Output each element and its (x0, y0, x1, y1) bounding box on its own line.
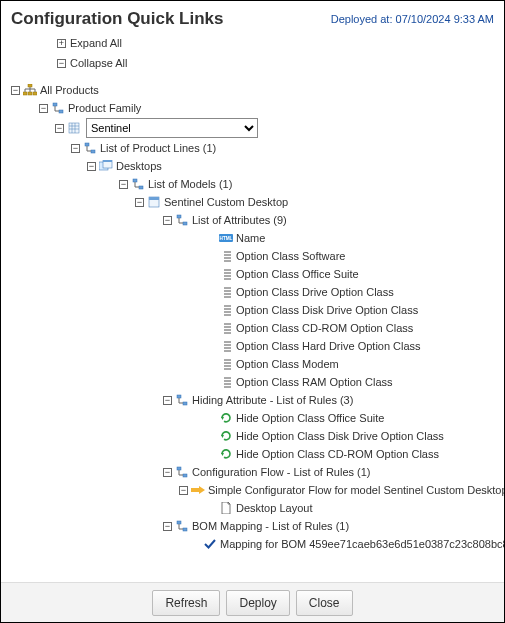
collapse-toggle-icon[interactable]: − (119, 180, 128, 189)
tree-node-sentinel-custom[interactable]: − Sentinel Custom Desktop (11, 193, 500, 211)
svg-rect-30 (149, 197, 159, 200)
svg-rect-109 (183, 474, 187, 477)
tree-label: Hide Option Class CD-ROM Option Class (236, 448, 439, 460)
refresh-icon (219, 411, 233, 425)
tree-node-product-lines[interactable]: − List of Product Lines (1) (11, 139, 500, 157)
refresh-button[interactable]: Refresh (152, 590, 220, 616)
tree-node-attr-name[interactable]: HTML Name (11, 229, 500, 247)
tree-label: List of Product Lines (1) (100, 142, 216, 154)
list-icon (219, 303, 233, 317)
config-quick-links-window: Configuration Quick Links Deployed at: 0… (0, 0, 505, 623)
tree-label: Option Class Drive Option Class (236, 286, 394, 298)
list-icon (219, 357, 233, 371)
tree-label: Option Class Hard Drive Option Class (236, 340, 421, 352)
collapse-toggle-icon[interactable]: − (39, 104, 48, 113)
svg-rect-13 (69, 123, 79, 133)
footer: Refresh Deploy Close (1, 582, 504, 622)
tree-label: All Products (40, 84, 99, 96)
tree-node-all-products[interactable]: − All Products (11, 81, 500, 99)
tree-label: Simple Configurator Flow for model Senti… (208, 484, 504, 496)
tree-label: Option Class Disk Drive Option Class (236, 304, 418, 316)
tree-node-oc-drive[interactable]: Option Class Drive Option Class (11, 283, 500, 301)
tree-node-desktops[interactable]: − Desktops (11, 157, 500, 175)
svg-rect-10 (59, 110, 63, 113)
tree-node-models[interactable]: − List of Models (1) (11, 175, 500, 193)
products-icon (23, 83, 37, 97)
collapse-toggle-icon[interactable]: − (163, 396, 172, 405)
svg-rect-0 (28, 84, 32, 87)
collapse-toggle-icon[interactable]: − (87, 162, 96, 171)
tree-node-oc-ram[interactable]: Option Class RAM Option Class (11, 373, 500, 391)
svg-text:HTML: HTML (220, 236, 233, 241)
hierarchy-icon (175, 393, 189, 407)
hierarchy-icon (131, 177, 145, 191)
expand-all-link[interactable]: + Expand All (57, 33, 504, 53)
tree-node-hide-office[interactable]: Hide Option Class Office Suite (11, 409, 500, 427)
collapse-toggle-icon[interactable]: − (163, 468, 172, 477)
collapse-toggle-icon[interactable]: − (179, 486, 188, 495)
refresh-icon (219, 447, 233, 461)
svg-rect-115 (183, 528, 187, 531)
config-tree: − All Products − Product Family − Sentin… (1, 79, 504, 557)
product-family-select[interactable]: Sentinel (86, 118, 258, 138)
tree-label: Desktops (116, 160, 162, 172)
tree-label: BOM Mapping - List of Rules (1) (192, 520, 349, 532)
svg-rect-9 (53, 103, 57, 106)
tree-node-oc-cdrom[interactable]: Option Class CD-ROM Option Class (11, 319, 500, 337)
grid-icon (67, 121, 81, 135)
tree-node-product-family[interactable]: − Product Family (11, 99, 500, 117)
svg-marker-106 (221, 435, 224, 438)
hierarchy-icon (175, 519, 189, 533)
page-title: Configuration Quick Links (11, 9, 224, 29)
svg-rect-24 (103, 160, 112, 162)
tree-node-oc-software[interactable]: Option Class Software (11, 247, 500, 265)
svg-rect-19 (91, 150, 95, 153)
tree-node-oc-diskdrive[interactable]: Option Class Disk Drive Option Class (11, 301, 500, 319)
tree-label: Mapping for BOM 459ee71caeb63e6d51e0387c… (220, 538, 504, 550)
hierarchy-icon (83, 141, 97, 155)
svg-rect-101 (177, 395, 181, 398)
tree-node-bom-entry[interactable]: Mapping for BOM 459ee71caeb63e6d51e0387c… (11, 535, 500, 553)
tree-label: Product Family (68, 102, 141, 114)
checkmark-icon (203, 537, 217, 551)
tree-label: Name (236, 232, 265, 244)
tree-node-oc-office[interactable]: Option Class Office Suite (11, 265, 500, 283)
list-icon (219, 249, 233, 263)
tree-node-simple-flow[interactable]: − Simple Configurator Flow for model Sen… (11, 481, 500, 499)
plus-icon: + (57, 39, 66, 48)
html-icon: HTML (219, 231, 233, 245)
tree-node-hiding-rules[interactable]: − Hiding Attribute - List of Rules (3) (11, 391, 500, 409)
tree-node-hide-cdrom[interactable]: Hide Option Class CD-ROM Option Class (11, 445, 500, 463)
list-icon (219, 267, 233, 281)
minus-icon: − (57, 59, 66, 68)
tree-node-desktop-layout[interactable]: Desktop Layout (11, 499, 500, 517)
tree-label: Hide Option Class Office Suite (236, 412, 384, 424)
tree-node-attributes[interactable]: − List of Attributes (9) (11, 211, 500, 229)
tree-node-config-flow[interactable]: − Configuration Flow - List of Rules (1) (11, 463, 500, 481)
svg-rect-26 (139, 186, 143, 189)
collapse-toggle-icon[interactable]: − (55, 124, 64, 133)
tree-label: Hide Option Class Disk Drive Option Clas… (236, 430, 444, 442)
svg-rect-2 (28, 92, 32, 95)
tree-node-oc-harddrive[interactable]: Option Class Hard Drive Option Class (11, 337, 500, 355)
window-icon (147, 195, 161, 209)
list-icon (219, 375, 233, 389)
collapse-all-link[interactable]: − Collapse All (57, 53, 504, 73)
hierarchy-icon (51, 101, 65, 115)
collapse-toggle-icon[interactable]: − (163, 216, 172, 225)
svg-rect-1 (23, 92, 27, 95)
tree-node-oc-modem[interactable]: Option Class Modem (11, 355, 500, 373)
svg-rect-112 (191, 488, 199, 492)
tree-label: Desktop Layout (236, 502, 312, 514)
svg-marker-105 (221, 417, 224, 420)
svg-rect-114 (177, 521, 181, 524)
tree-node-bom-mapping[interactable]: − BOM Mapping - List of Rules (1) (11, 517, 500, 535)
close-button[interactable]: Close (296, 590, 353, 616)
tree-label: Option Class Office Suite (236, 268, 359, 280)
collapse-toggle-icon[interactable]: − (71, 144, 80, 153)
collapse-toggle-icon[interactable]: − (11, 86, 20, 95)
collapse-toggle-icon[interactable]: − (163, 522, 172, 531)
collapse-toggle-icon[interactable]: − (135, 198, 144, 207)
deploy-button[interactable]: Deploy (226, 590, 289, 616)
tree-node-hide-diskdrive[interactable]: Hide Option Class Disk Drive Option Clas… (11, 427, 500, 445)
